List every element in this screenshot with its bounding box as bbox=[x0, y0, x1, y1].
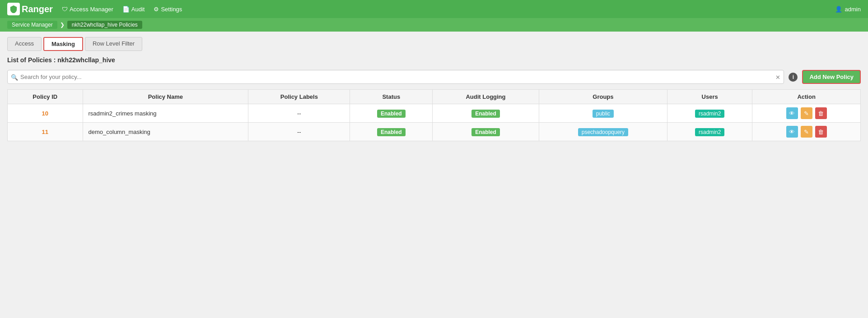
policy-groups-cell: public bbox=[539, 104, 667, 123]
search-icon: 🔍 bbox=[11, 74, 18, 80]
policy-status-cell: Enabled bbox=[350, 123, 433, 141]
file-nav-icon: 📄 bbox=[122, 6, 130, 13]
policy-table: Policy ID Policy Name Policy Labels Stat… bbox=[7, 89, 861, 141]
search-wrap: 🔍 ✕ bbox=[7, 70, 784, 84]
add-new-policy-button[interactable]: Add New Policy bbox=[802, 70, 861, 84]
status-badge: Enabled bbox=[377, 110, 406, 118]
username: admin bbox=[845, 6, 861, 13]
table-header-row: Policy ID Policy Name Policy Labels Stat… bbox=[8, 90, 861, 104]
view-policy-button[interactable]: 👁 bbox=[786, 107, 798, 119]
search-input[interactable] bbox=[7, 70, 784, 84]
edit-policy-button[interactable]: ✎ bbox=[801, 107, 812, 119]
policy-name-cell: demo_column_masking bbox=[83, 123, 248, 141]
breadcrumb-arrow: ❯ bbox=[60, 22, 65, 28]
nav-settings[interactable]: ⚙ Settings bbox=[154, 6, 182, 13]
policy-audit-cell: Enabled bbox=[433, 123, 539, 141]
policy-tabs: Access Masking Row Level Filter bbox=[7, 37, 861, 51]
brand-icon bbox=[7, 3, 20, 15]
policy-labels-cell: -- bbox=[248, 123, 350, 141]
breadcrumb-current-policy[interactable]: nkh22whcllap_hive Policies bbox=[67, 21, 142, 29]
user-badge: rsadmin2 bbox=[695, 110, 724, 118]
navbar-left: Ranger 🛡 Access Manager 📄 Audit ⚙ Settin… bbox=[7, 3, 182, 15]
policy-name-cell: rsadmin2_crimes masking bbox=[83, 104, 248, 123]
policy-id-link[interactable]: 11 bbox=[42, 129, 48, 135]
col-status: Status bbox=[350, 90, 433, 104]
delete-policy-button[interactable]: 🗑 bbox=[815, 126, 827, 138]
tab-access[interactable]: Access bbox=[7, 37, 42, 51]
col-audit-logging: Audit Logging bbox=[433, 90, 539, 104]
nav-audit[interactable]: 📄 Audit bbox=[122, 6, 145, 13]
audit-badge: Enabled bbox=[471, 128, 500, 136]
tab-masking[interactable]: Masking bbox=[43, 37, 83, 51]
policy-status-cell: Enabled bbox=[350, 104, 433, 123]
audit-badge: Enabled bbox=[471, 110, 500, 118]
view-policy-button[interactable]: 👁 bbox=[786, 126, 798, 138]
page-title: List of Policies : nkh22whcllap_hive bbox=[7, 56, 861, 64]
policy-action-cell: 👁 ✎ 🗑 bbox=[752, 104, 861, 123]
info-icon[interactable]: i bbox=[789, 73, 798, 82]
clear-search-icon[interactable]: ✕ bbox=[775, 74, 780, 80]
policy-id-cell: 10 bbox=[8, 104, 83, 123]
col-groups: Groups bbox=[539, 90, 667, 104]
table-row: 10 rsadmin2_crimes masking -- Enabled En… bbox=[8, 104, 861, 123]
breadcrumb-service-manager[interactable]: Service Manager bbox=[7, 21, 57, 29]
col-policy-id: Policy ID bbox=[8, 90, 83, 104]
policy-users-cell: rsadmin2 bbox=[667, 104, 752, 123]
action-icons: 👁 ✎ 🗑 bbox=[758, 107, 855, 119]
user-icon: 👤 bbox=[835, 6, 842, 13]
brand-name: Ranger bbox=[22, 4, 53, 14]
nav-access-manager[interactable]: 🛡 Access Manager bbox=[62, 6, 113, 13]
navbar: Ranger 🛡 Access Manager 📄 Audit ⚙ Settin… bbox=[0, 0, 868, 18]
gear-nav-icon: ⚙ bbox=[154, 6, 159, 13]
col-action: Action bbox=[752, 90, 861, 104]
policy-labels-cell: -- bbox=[248, 104, 350, 123]
col-policy-name: Policy Name bbox=[83, 90, 248, 104]
table-row: 11 demo_column_masking -- Enabled Enable… bbox=[8, 123, 861, 141]
col-users: Users bbox=[667, 90, 752, 104]
policy-users-cell: rsadmin2 bbox=[667, 123, 752, 141]
policy-audit-cell: Enabled bbox=[433, 104, 539, 123]
group-badge: public bbox=[593, 110, 614, 118]
brand: Ranger bbox=[7, 3, 53, 15]
breadcrumb: Service Manager ❯ nkh22whcllap_hive Poli… bbox=[0, 18, 868, 32]
shield-nav-icon: 🛡 bbox=[62, 6, 68, 13]
edit-policy-button[interactable]: ✎ bbox=[801, 126, 812, 138]
search-container: 🔍 ✕ i Add New Policy bbox=[7, 70, 861, 84]
tab-row-level-filter[interactable]: Row Level Filter bbox=[85, 37, 142, 51]
policy-id-link[interactable]: 10 bbox=[42, 110, 48, 117]
action-icons: 👁 ✎ 🗑 bbox=[758, 126, 855, 138]
group-badge: psechadoopquery bbox=[578, 128, 628, 136]
policy-action-cell: 👁 ✎ 🗑 bbox=[752, 123, 861, 141]
table-body: 10 rsadmin2_crimes masking -- Enabled En… bbox=[8, 104, 861, 141]
user-badge: rsadmin2 bbox=[695, 128, 724, 136]
status-badge: Enabled bbox=[377, 128, 406, 136]
col-policy-labels: Policy Labels bbox=[248, 90, 350, 104]
policy-id-cell: 11 bbox=[8, 123, 83, 141]
delete-policy-button[interactable]: 🗑 bbox=[815, 107, 827, 119]
ranger-logo-icon bbox=[9, 5, 18, 13]
policy-groups-cell: psechadoopquery bbox=[539, 123, 667, 141]
table-header: Policy ID Policy Name Policy Labels Stat… bbox=[8, 90, 861, 104]
content-area: Access Masking Row Level Filter List of … bbox=[0, 32, 868, 147]
user-section: 👤 admin bbox=[835, 6, 861, 13]
